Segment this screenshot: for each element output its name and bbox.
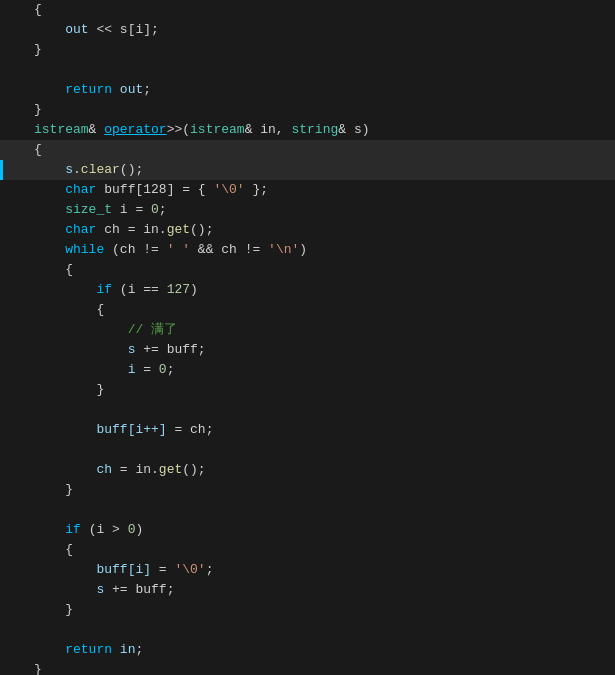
code-line: } [0, 100, 615, 120]
code-line: buff[i] = '\0'; [0, 560, 615, 580]
code-line: { [0, 540, 615, 560]
code-line: } [0, 600, 615, 620]
code-line [0, 620, 615, 640]
code-line: } [0, 380, 615, 400]
code-line: { [0, 0, 615, 20]
code-line: { [0, 300, 615, 320]
code-line: { [0, 140, 615, 160]
code-line: buff[i++] = ch; [0, 420, 615, 440]
code-line: // 满了 [0, 320, 615, 340]
code-line: { [0, 260, 615, 280]
code-line: i = 0; [0, 360, 615, 380]
code-line: istream& operator>>(istream& in, string&… [0, 120, 615, 140]
highlight-bar [0, 160, 3, 180]
code-line: char ch = in.get(); [0, 220, 615, 240]
code-line: while (ch != ' ' && ch != '\n') [0, 240, 615, 260]
code-line: ch = in.get(); [0, 460, 615, 480]
code-line: } [0, 660, 615, 675]
code-line: s += buff; [0, 340, 615, 360]
code-line: size_t i = 0; [0, 200, 615, 220]
code-line: } [0, 40, 615, 60]
code-line: } [0, 480, 615, 500]
code-line [0, 400, 615, 420]
code-line: if (i == 127) [0, 280, 615, 300]
code-line: s += buff; [0, 580, 615, 600]
code-line [0, 440, 615, 460]
code-editor: { out << s[i]; } return out; } istream& … [0, 0, 615, 675]
code-line: if (i > 0) [0, 520, 615, 540]
code-line-highlighted: s.clear(); [0, 160, 615, 180]
code-line [0, 500, 615, 520]
code-line: return in; [0, 640, 615, 660]
code-line: out << s[i]; [0, 20, 615, 40]
code-line: char buff[128] = { '\0' }; [0, 180, 615, 200]
code-line [0, 60, 615, 80]
code-line: return out; [0, 80, 615, 100]
